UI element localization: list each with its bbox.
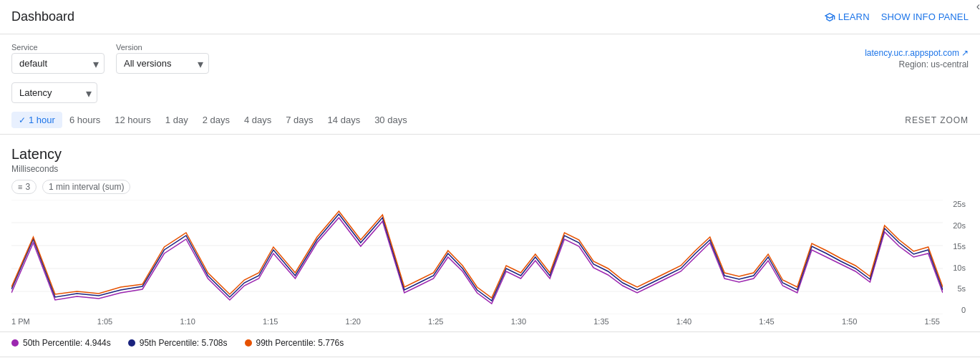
metric-select[interactable]: Latency Traffic Errors <box>11 82 97 103</box>
service-select-wrapper: default worker api ▾ <box>11 53 105 74</box>
x-label-125: 1:25 <box>428 317 443 326</box>
controls-left: Service default worker api ▾ Version All… <box>11 43 209 74</box>
x-label-1pm: 1 PM <box>11 317 30 326</box>
legend-item-50th: 50th Percentile: 4.944s <box>11 338 111 348</box>
service-select-group: Service default worker api ▾ <box>11 43 105 74</box>
controls-right: latency.uc.r.appspot.com ↗ Region: us-ce… <box>865 48 969 69</box>
metric-selector-row: Latency Traffic Errors ▾ <box>0 79 980 109</box>
time-btn-30days[interactable]: 30 days <box>367 112 414 128</box>
metric-select-wrapper: Latency Traffic Errors ▾ <box>11 82 97 103</box>
time-btn-1hour-label: 1 hour <box>29 115 55 125</box>
time-btn-30days-label: 30 days <box>374 115 407 125</box>
x-label-115: 1:15 <box>263 317 278 326</box>
y-label-0: 0 <box>946 306 966 314</box>
x-label-130: 1:30 <box>511 317 526 326</box>
x-label-110: 1:10 <box>180 317 195 326</box>
version-label: Version <box>116 43 209 52</box>
time-btn-4days[interactable]: 4 days <box>237 112 278 128</box>
legend-label-99th: 99th Percentile: 5.776s <box>256 338 344 348</box>
legend-label-95th: 95th Percentile: 5.708s <box>140 338 228 348</box>
chart-subtitle: Milliseconds <box>11 164 969 174</box>
y-label-20s: 20s <box>946 221 966 230</box>
y-label-15s: 15s <box>946 242 966 251</box>
legend-item-99th: 99th Percentile: 5.776s <box>245 338 344 348</box>
version-select-wrapper: All versions v1 v2 ▾ <box>116 53 209 74</box>
time-btn-1day-label: 1 day <box>165 115 188 125</box>
learn-button[interactable]: LEARN <box>824 11 870 23</box>
time-btn-6hours-label: 6 hours <box>69 115 100 125</box>
service-label: Service <box>11 43 105 52</box>
time-btn-4days-label: 4 days <box>244 115 271 125</box>
graduation-icon <box>824 11 835 23</box>
time-range-buttons: ✓ 1 hour 6 hours 12 hours 1 day 2 days 4… <box>11 112 414 128</box>
show-info-panel-button[interactable]: SHOW INFO PANEL <box>881 11 969 22</box>
time-btn-7days[interactable]: 7 days <box>278 112 320 128</box>
legend-item-95th: 95th Percentile: 5.708s <box>128 338 228 348</box>
page-title: Dashboard <box>11 9 74 24</box>
x-label-145: 1:45 <box>759 317 774 326</box>
time-range-row: ✓ 1 hour 6 hours 12 hours 1 day 2 days 4… <box>0 109 980 135</box>
chart-container: Latency Milliseconds ≡ 3 1 min interval … <box>0 135 980 326</box>
bottom-border <box>0 357 980 357</box>
time-btn-1hour[interactable]: ✓ 1 hour <box>11 112 62 128</box>
interval-badge: 1 min interval (sum) <box>42 180 130 194</box>
y-label-10s: 10s <box>946 263 966 272</box>
x-label-140: 1:40 <box>676 317 692 326</box>
time-btn-6hours[interactable]: 6 hours <box>62 112 107 128</box>
x-axis-labels: 1 PM 1:05 1:10 1:15 1:20 1:25 1:30 1:35 … <box>11 314 969 326</box>
x-label-155: 1:55 <box>924 317 939 326</box>
region-link[interactable]: latency.uc.r.appspot.com ↗ <box>865 48 969 58</box>
time-btn-1day[interactable]: 1 day <box>158 112 195 128</box>
time-btn-12hours[interactable]: 12 hours <box>107 112 158 128</box>
percentile-99-line <box>11 211 943 298</box>
chart-controls: ≡ 3 1 min interval (sum) ‹ <box>11 180 969 194</box>
time-btn-7days-label: 7 days <box>286 115 313 125</box>
external-link-icon: ↗ <box>961 48 969 58</box>
time-btn-2days-label: 2 days <box>203 115 230 125</box>
version-select-group: Version All versions v1 v2 ▾ <box>116 43 209 74</box>
controls-row: Service default worker api ▾ Version All… <box>0 34 980 79</box>
check-icon: ✓ <box>19 115 26 125</box>
region-link-text: latency.uc.r.appspot.com <box>865 48 959 58</box>
x-label-105: 1:05 <box>97 317 112 326</box>
legend-dot-95th <box>128 339 135 347</box>
filter-icon: ≡ <box>18 183 22 191</box>
legend-label-50th: 50th Percentile: 4.944s <box>23 338 111 348</box>
legend-dot-99th <box>245 339 252 347</box>
time-btn-14days-label: 14 days <box>328 115 361 125</box>
legend-row: 50th Percentile: 4.944s 95th Percentile:… <box>0 331 980 354</box>
x-label-135: 1:35 <box>593 317 608 326</box>
time-btn-12hours-label: 12 hours <box>115 115 151 125</box>
percentile-50-line <box>11 218 943 304</box>
filter-badge[interactable]: ≡ 3 <box>11 180 37 194</box>
version-select[interactable]: All versions v1 v2 <box>116 53 209 74</box>
x-label-150: 1:50 <box>842 317 857 326</box>
collapse-chart-button[interactable]: ‹ <box>976 0 980 13</box>
service-select[interactable]: default worker api <box>11 53 105 74</box>
legend-dot-50th <box>11 339 19 347</box>
header: Dashboard LEARN SHOW INFO PANEL <box>0 0 980 34</box>
filter-count: 3 <box>25 182 30 192</box>
header-actions: LEARN SHOW INFO PANEL <box>824 11 969 23</box>
chart-svg <box>11 200 943 314</box>
reset-zoom-button[interactable]: RESET ZOOM <box>905 115 969 125</box>
y-label-5s: 5s <box>946 284 966 293</box>
chart-area: 25s 20s 15s 10s 5s 0 <box>11 200 969 314</box>
y-label-25s: 25s <box>946 200 966 208</box>
chart-title: Latency <box>11 146 969 163</box>
time-btn-2days[interactable]: 2 days <box>195 112 237 128</box>
x-label-120: 1:20 <box>346 317 361 326</box>
time-btn-14days[interactable]: 14 days <box>321 112 368 128</box>
region-text: Region: us-central <box>865 59 969 69</box>
learn-label: LEARN <box>838 11 870 22</box>
y-axis-labels: 25s 20s 15s 10s 5s 0 <box>943 200 969 314</box>
